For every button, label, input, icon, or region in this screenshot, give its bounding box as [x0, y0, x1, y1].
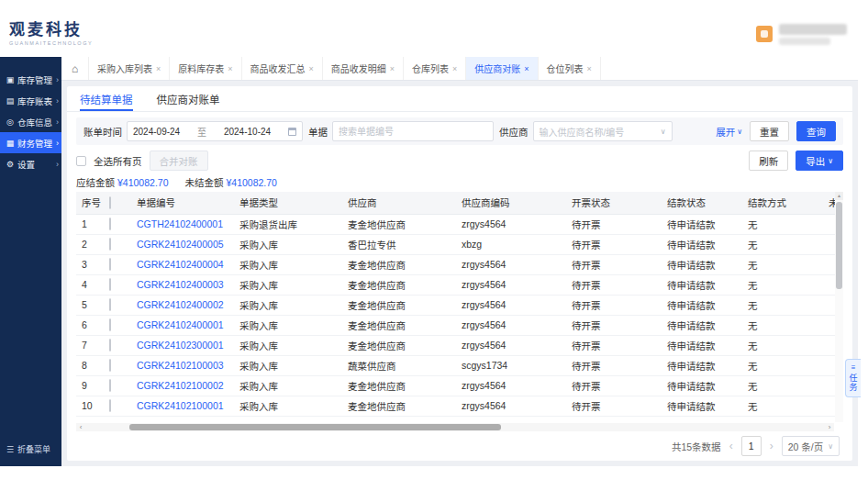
user-account[interactable] [756, 24, 847, 45]
payable-amount-label: 应结金额 [76, 177, 115, 188]
home-button[interactable]: ⌂ [61, 57, 89, 80]
sidebar-item-2[interactable]: ▤库存账表› [0, 90, 61, 111]
row-checkbox[interactable] [109, 238, 111, 251]
close-tab-icon[interactable]: × [309, 64, 314, 73]
cell-doc-no: CGRK24102100002 [131, 375, 234, 396]
cell-supplier-code: zrgys4564 [456, 274, 566, 295]
table-row: 6CGRK24102400001采购入库麦金地供应商zrgys4564待开票待申… [76, 315, 843, 335]
cell-index: 10 [76, 396, 104, 416]
cell-doc-type: 采购入库 [234, 254, 342, 274]
vertical-scrollbar[interactable]: ▴ [835, 192, 843, 422]
supplier-select[interactable]: 输入供应商名称/编号 ∨ [533, 121, 673, 141]
export-button[interactable]: 导出 ∨ [796, 151, 843, 171]
doc-no-link[interactable]: CGRK24102400004 [137, 259, 224, 270]
row-checkbox[interactable] [109, 339, 111, 351]
cell-select [104, 254, 131, 274]
page-tab-5[interactable]: 仓库列表× [404, 57, 466, 80]
scroll-right-icon[interactable]: › [825, 423, 834, 431]
payable-amount-value: ¥410082.70 [117, 177, 168, 188]
doc-no-link[interactable]: CGRK24102400002 [137, 299, 224, 310]
select-all-checkbox[interactable] [109, 196, 111, 209]
close-tab-icon[interactable]: × [228, 64, 232, 73]
cell-supplier-code: xbzg [456, 234, 566, 254]
close-tab-icon[interactable]: × [452, 64, 457, 73]
doc-no-link[interactable]: CGTH24102400001 [137, 218, 223, 229]
row-checkbox[interactable] [109, 318, 111, 331]
doc-filter-label: 单据 [308, 125, 328, 139]
doc-no-link[interactable]: CGRK24102100002 [137, 380, 224, 391]
scroll-left-icon[interactable]: ‹ [76, 423, 85, 431]
doc-no-link[interactable]: CGRK24102400003 [137, 279, 224, 290]
doc-no-link[interactable]: CGRK24102300001 [137, 340, 224, 351]
horizontal-scrollbar-thumb[interactable] [129, 424, 501, 430]
scroll-up-icon[interactable]: ▴ [835, 192, 843, 200]
reset-button[interactable]: 重置 [750, 121, 789, 141]
subtab-2[interactable]: 供应商对账单 [157, 86, 220, 111]
row-checkbox[interactable] [109, 379, 111, 392]
close-tab-icon[interactable]: × [587, 64, 592, 73]
cell-settle-method: 无 [742, 315, 823, 335]
next-page-button[interactable]: › [770, 440, 773, 452]
sidebar-item-1[interactable]: ▣库存管理› [0, 69, 61, 90]
chevron-down-icon: ∨ [828, 442, 833, 451]
page-size-select[interactable]: 20 条/页 ∨ [782, 436, 840, 456]
doc-no-link[interactable]: CGRK24102100001 [137, 400, 224, 411]
row-checkbox[interactable] [109, 359, 111, 372]
merge-reconcile-button[interactable]: 合并对账 [150, 151, 208, 171]
user-name-blurred [779, 24, 847, 45]
close-tab-icon[interactable]: × [524, 64, 529, 73]
select-all-pages-checkbox[interactable] [76, 156, 86, 166]
row-checkbox[interactable] [109, 258, 111, 271]
sidebar-item-4[interactable]: ▦财务管理› [0, 132, 61, 153]
page-tab-1[interactable]: 采购入库列表× [89, 57, 170, 80]
sidebar-item-label: 仓库信息 [17, 116, 53, 128]
horizontal-scrollbar-track[interactable] [85, 423, 825, 431]
vertical-scrollbar-thumb[interactable] [836, 202, 842, 289]
sidebar-item-5[interactable]: ⚙设置› [0, 153, 61, 174]
ledger-icon: ▤ [6, 96, 15, 106]
expand-filters-button[interactable]: 展开 ∨ [716, 125, 742, 139]
brand-subtitle: GUANMAITECHNOLOGY [9, 40, 93, 46]
page-tab-4[interactable]: 商品收发明细× [323, 57, 404, 80]
app-window: 观麦科技 GUANMAITECHNOLOGY ▣库存管理›▤库存账表›◎仓库信息… [0, 11, 858, 466]
close-tab-icon[interactable]: × [156, 64, 161, 73]
date-range-picker[interactable]: 2024-09-24 至 2024-10-24 [127, 121, 303, 141]
close-tab-icon[interactable]: × [390, 64, 395, 73]
doc-no-link[interactable]: CGRK24102400005 [137, 239, 224, 250]
horizontal-scrollbar[interactable]: ‹ › [76, 423, 834, 431]
cell-index: 4 [76, 274, 104, 295]
chevron-right-icon: › [56, 117, 59, 127]
select-all-pages-label: 全选所有页 [94, 154, 142, 168]
top-header: 观麦科技 GUANMAITECHNOLOGY [0, 11, 858, 57]
collapse-menu-button[interactable]: ☰ 折叠菜单 [6, 443, 50, 455]
brand-name: 观麦科技 [9, 22, 93, 39]
search-button[interactable]: 查询 [796, 121, 836, 141]
cell-doc-no: CGRK24102400005 [131, 234, 234, 254]
current-page-button[interactable]: 1 [741, 436, 762, 456]
row-checkbox[interactable] [109, 218, 111, 230]
cell-doc-no: CGRK24102100001 [131, 396, 234, 416]
cell-settle-method: 无 [742, 254, 823, 274]
prev-page-button[interactable]: ‹ [729, 440, 733, 452]
doc-search-input[interactable] [332, 121, 494, 141]
page-tab-2[interactable]: 原料库存表× [170, 57, 241, 80]
page-tab-7[interactable]: 仓位列表× [539, 57, 601, 80]
cell-doc-type: 采购入库 [234, 375, 342, 396]
row-checkbox[interactable] [109, 399, 111, 412]
subtab-1[interactable]: 待结算单据 [80, 86, 133, 111]
pagination-bar: 共15条数据 ‹ 1 › 20 条/页 ∨ [67, 431, 852, 461]
col-doc-no: 单据编号 [131, 192, 234, 214]
cell-supplier: 麦金地供应商 [342, 335, 456, 355]
task-panel-button[interactable]: ≡ 任务 [845, 359, 861, 397]
cell-supplier: 麦金地供应商 [342, 214, 456, 234]
page-tab-6[interactable]: 供应商对账× [466, 57, 538, 80]
row-checkbox[interactable] [109, 298, 111, 311]
doc-no-link[interactable]: CGRK24102100003 [137, 360, 224, 371]
page-tab-3[interactable]: 商品收发汇总× [242, 57, 323, 80]
doc-no-link[interactable]: CGRK24102400001 [137, 319, 224, 330]
row-checkbox[interactable] [109, 278, 111, 291]
refresh-button[interactable]: 刷新 [749, 151, 788, 171]
cell-settle-status: 待申请结款 [662, 214, 742, 234]
cell-invoice-status: 待开票 [566, 234, 662, 254]
sidebar-item-3[interactable]: ◎仓库信息› [0, 111, 61, 132]
